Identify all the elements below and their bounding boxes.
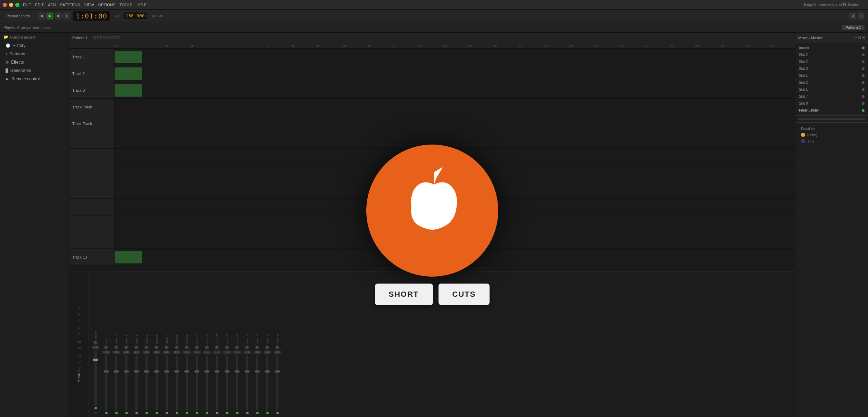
metronome-button[interactable]: ♩ (858, 13, 865, 19)
play-button[interactable]: ▶ (47, 13, 53, 19)
channel-fader[interactable] (196, 355, 198, 411)
track-block[interactable] (115, 251, 142, 263)
sidebar-item-remote[interactable]: ► Remote control (0, 75, 69, 83)
channel-fader[interactable] (186, 355, 188, 411)
channel-btn[interactable]: ⬆⬇ (213, 351, 221, 354)
fader-handle[interactable] (205, 370, 209, 373)
mixer-maximize-icon[interactable]: □ (858, 35, 861, 40)
channel-fader[interactable] (135, 355, 137, 411)
toolbar-arrangement[interactable]: Arrangement (17, 25, 39, 30)
channel-knob[interactable] (175, 345, 179, 350)
mixer-close-icon[interactable]: ✕ (862, 35, 865, 40)
channel-knob[interactable] (93, 341, 98, 345)
channel-knob[interactable] (255, 345, 259, 350)
track-block[interactable] (115, 84, 142, 97)
channel-knob[interactable] (235, 345, 239, 350)
menu-edit[interactable]: EDIT (35, 3, 44, 7)
menu-add[interactable]: ADD (48, 3, 56, 7)
channel-fader[interactable] (256, 355, 258, 411)
mixer-minimize-icon[interactable]: − (855, 35, 857, 40)
list-item[interactable]: Fruity Limiter (797, 107, 867, 114)
list-item[interactable]: Slot 7 (797, 93, 867, 100)
channel-fader[interactable] (206, 355, 208, 411)
maximize-button[interactable] (15, 3, 19, 7)
channel-btn[interactable]: ⬆⬇ (143, 351, 150, 354)
track-block[interactable] (115, 67, 142, 80)
channel-btn[interactable]: ⬆⬇ (243, 351, 251, 354)
channel-btn[interactable]: ⬆⬇ (123, 351, 130, 354)
channel-knob[interactable] (155, 345, 159, 350)
sidebar-item-generators[interactable]: █ Generators (0, 66, 69, 75)
list-item[interactable]: (none) (797, 44, 867, 51)
channel-btn[interactable]: ⬆⬇ (253, 351, 261, 354)
list-item[interactable]: Slot 3 (797, 65, 867, 72)
track-content[interactable] (115, 115, 795, 132)
fader-handle[interactable] (124, 370, 129, 373)
fader-handle[interactable] (255, 370, 260, 373)
menu-options[interactable]: OPTIONS (98, 3, 116, 7)
sidebar-item-effects[interactable]: ⚙ Effects (0, 58, 69, 66)
menu-tools[interactable]: TOOLS (119, 3, 132, 7)
menu-help[interactable]: HELP (136, 3, 147, 7)
channel-knob[interactable] (104, 345, 108, 350)
fader-handle[interactable] (134, 370, 139, 373)
stop-button[interactable]: ■ (55, 13, 62, 19)
channel-btn[interactable]: ⬆⬇ (163, 351, 170, 354)
channel-knob[interactable] (225, 345, 229, 350)
list-item[interactable]: Slot 2 (797, 51, 867, 58)
track-content[interactable] (115, 82, 795, 98)
mixer-fader-bar[interactable] (798, 118, 865, 120)
channel-btn[interactable]: ⬆⬇ (203, 351, 211, 354)
fader-handle[interactable] (104, 370, 109, 373)
track-content[interactable] (115, 99, 795, 115)
fader-handle[interactable] (275, 370, 280, 373)
channel-btn[interactable]: ⬆⬇ (233, 351, 241, 354)
toolbar-playlist[interactable]: Playlist (3, 25, 16, 30)
list-item[interactable]: Slot 2 (797, 79, 867, 86)
loop-button[interactable]: ↺ (849, 13, 856, 19)
channel-knob[interactable] (124, 345, 128, 350)
list-item[interactable]: Slot 8 (797, 100, 867, 107)
channel-btn[interactable]: ⬆⬇ (153, 351, 160, 354)
fader-handle[interactable] (144, 370, 149, 373)
fader-handle[interactable] (93, 359, 98, 361)
channel-knob[interactable] (275, 345, 279, 350)
rewind-button[interactable]: ⏮ (38, 13, 45, 19)
channel-fader[interactable] (236, 355, 238, 411)
channel-fader[interactable] (156, 355, 158, 411)
fader-handle[interactable] (174, 370, 179, 373)
pattern-selector[interactable]: Pattern 1 (842, 25, 865, 30)
channel-btn[interactable]: ⬆⬇ (133, 351, 140, 354)
channel-btn[interactable]: ⬆⬇ (193, 351, 201, 354)
channel-knob[interactable] (165, 345, 169, 350)
record-button[interactable]: ● (63, 13, 70, 19)
fader-handle[interactable] (265, 370, 270, 373)
track-content[interactable] (115, 49, 795, 65)
track-content[interactable] (115, 65, 795, 82)
channel-btn[interactable]: ⬆⬇ (173, 351, 181, 354)
channel-knob[interactable] (245, 345, 249, 350)
close-button[interactable] (3, 3, 7, 7)
fader-handle[interactable] (225, 370, 229, 373)
channel-btn[interactable]: ⬆⬇ (264, 351, 271, 354)
channel-fader[interactable] (115, 355, 117, 411)
minimize-button[interactable] (9, 3, 13, 7)
channel-fader[interactable] (166, 355, 168, 411)
channel-btn[interactable]: ⬆⬇ (183, 351, 191, 354)
menu-patterns[interactable]: PATTERNS (60, 3, 80, 7)
channel-knob[interactable] (265, 345, 269, 350)
sidebar-item-patterns[interactable]: ♪ Patterns (0, 50, 69, 58)
channel-fader[interactable] (276, 355, 278, 411)
fader-handle[interactable] (245, 370, 250, 373)
channel-fader[interactable] (176, 355, 178, 411)
fader-handle[interactable] (184, 370, 189, 373)
bpm-display[interactable]: 130.000 (124, 13, 147, 19)
list-item[interactable]: Slot 1 (797, 86, 867, 93)
channel-fader[interactable] (226, 355, 228, 411)
fader-handle[interactable] (194, 370, 199, 373)
channel-fader[interactable] (216, 355, 218, 411)
channel-fader[interactable] (105, 355, 107, 411)
fader-handle[interactable] (235, 370, 240, 373)
channel-btn[interactable]: ⬆⬇ (223, 351, 231, 354)
channel-btn[interactable]: ⬆⬇ (102, 351, 110, 354)
